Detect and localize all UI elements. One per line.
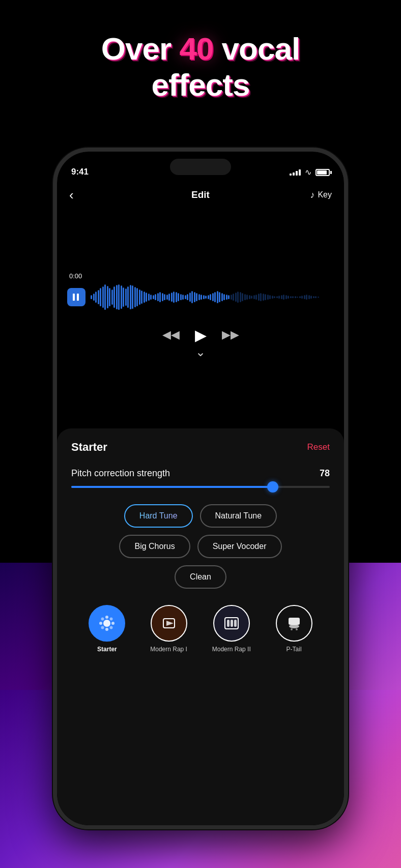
waveform-bar <box>182 295 184 300</box>
waveform-bar <box>219 292 220 302</box>
svg-rect-14 <box>227 620 230 627</box>
waveform-bar <box>139 290 140 305</box>
svg-point-8 <box>110 618 113 621</box>
panel-header: Starter Reset <box>71 441 330 454</box>
effect-big-chorus[interactable]: Big Chorus <box>119 535 190 558</box>
effects-row-1: Hard Tune Natural Tune <box>124 504 277 528</box>
pitch-label: Pitch correction strength <box>71 468 170 479</box>
waveform-bar <box>144 292 145 302</box>
waveform-bar <box>315 296 317 298</box>
waveform-bar <box>125 288 127 306</box>
effect-natural-tune[interactable]: Natural Tune <box>200 504 277 528</box>
svg-point-19 <box>291 628 293 630</box>
waveform-bar <box>127 286 129 308</box>
waveform-bar <box>111 290 113 305</box>
waveform-row <box>57 284 344 310</box>
svg-point-10 <box>110 626 113 629</box>
waveform-bar <box>136 288 138 307</box>
svg-rect-17 <box>289 618 300 625</box>
waveform-bar <box>258 294 260 300</box>
svg-point-6 <box>111 622 114 625</box>
reset-button[interactable]: Reset <box>307 442 330 452</box>
waveform-bar <box>210 294 211 300</box>
effect-hard-tune-label: Hard Tune <box>139 511 178 520</box>
waveform-bar <box>123 287 124 307</box>
effect-clean-label: Clean <box>190 572 211 581</box>
svg-point-18 <box>289 624 299 628</box>
waveform-bar <box>95 292 97 302</box>
waveform-bar <box>251 296 252 299</box>
phone-screen: 9:41 ∿ ‹ Edit <box>57 152 344 825</box>
waveform-bar <box>231 295 232 300</box>
nav-title: Edit <box>191 189 210 200</box>
rewind-icon[interactable]: ◀◀ <box>162 328 180 341</box>
waveform-bar <box>221 293 223 301</box>
battery-fill <box>317 170 327 175</box>
slider-fill <box>71 486 273 488</box>
waveform-bar <box>212 293 214 301</box>
waveform-bar <box>168 294 170 300</box>
waveform-bar <box>200 295 202 300</box>
effect-big-chorus-label: Big Chorus <box>134 542 175 551</box>
preset-p-tail-label: P-Tail <box>287 646 302 653</box>
headline-line1-prefix: Over <box>101 31 180 66</box>
waveform-bar <box>276 296 278 298</box>
pitch-value: 78 <box>320 468 330 479</box>
waveform-bar <box>180 294 182 300</box>
presets-row: Starter Modern Rap I <box>71 605 330 653</box>
waveform-bar <box>171 293 173 301</box>
phone-frame: 9:41 ∿ ‹ Edit <box>53 148 348 829</box>
waveform-bar <box>150 295 152 300</box>
status-time: 9:41 <box>71 167 89 177</box>
pitch-correction-row: Pitch correction strength 78 <box>71 468 330 479</box>
time-label: 0:00 <box>57 272 344 280</box>
waveform-play-icon[interactable] <box>67 288 85 306</box>
preset-modern-rap-1-label: Modern Rap I <box>150 646 187 653</box>
waveform-bar <box>288 296 289 299</box>
svg-point-7 <box>101 618 104 621</box>
waveform-bar <box>223 294 225 300</box>
chevron-down-icon[interactable]: ⌄ <box>195 345 206 359</box>
waveform-bar <box>166 295 168 300</box>
waveform-bar <box>240 292 241 302</box>
fast-forward-icon[interactable]: ▶▶ <box>222 328 239 341</box>
waveform-bar <box>295 296 296 298</box>
key-button[interactable]: ♪ Key <box>310 190 332 200</box>
waveform-bar <box>148 294 150 300</box>
waveform-bar <box>162 293 163 301</box>
header-section: Over 40 vocal effects <box>0 0 401 124</box>
chevron-row: ⌄ <box>57 345 344 359</box>
preset-modern-rap-1[interactable]: Modern Rap I <box>150 605 187 653</box>
waveform-bar <box>107 286 108 308</box>
waveform-bar <box>157 293 159 301</box>
waveform-bar <box>155 294 156 300</box>
effect-clean[interactable]: Clean <box>175 565 226 589</box>
waveform-bar <box>274 296 275 299</box>
svg-rect-15 <box>231 620 233 627</box>
effects-row-2: Big Chorus Super Vocoder <box>119 535 281 558</box>
waveform-bar <box>141 291 142 304</box>
preset-starter[interactable]: Starter <box>89 605 125 653</box>
status-icons: ∿ <box>290 167 330 177</box>
waveform-bar <box>178 293 179 301</box>
waveform-bar <box>255 295 257 300</box>
waveform-bar <box>310 296 312 299</box>
preset-modern-rap-2[interactable]: Modern Rap II <box>212 605 251 653</box>
svg-point-9 <box>101 626 104 629</box>
waveform-bar <box>194 292 195 302</box>
waveform-bar <box>233 294 234 300</box>
waveform-bar <box>113 286 115 308</box>
effect-super-vocoder[interactable]: Super Vocoder <box>197 535 282 558</box>
dynamic-island <box>170 159 231 175</box>
waveform-bar <box>164 294 165 300</box>
svg-rect-1 <box>77 294 79 301</box>
play-icon[interactable]: ▶ <box>195 326 207 344</box>
waveform-bar <box>260 293 262 301</box>
effect-hard-tune[interactable]: Hard Tune <box>124 504 193 528</box>
headline-line2: effects <box>152 67 250 102</box>
slider-thumb[interactable] <box>267 481 278 493</box>
headline: Over 40 vocal effects <box>0 31 401 103</box>
preset-p-tail[interactable]: P-Tail <box>276 605 312 653</box>
waveform-bar <box>118 284 120 310</box>
back-button[interactable]: ‹ <box>69 187 74 203</box>
